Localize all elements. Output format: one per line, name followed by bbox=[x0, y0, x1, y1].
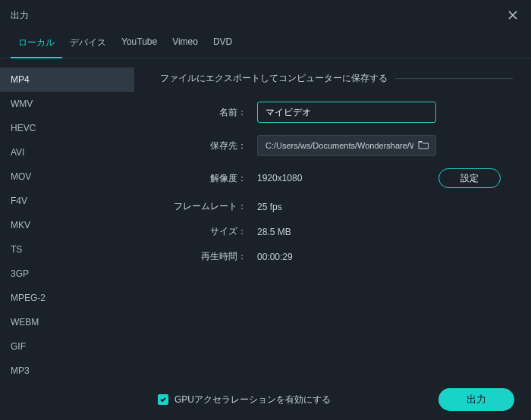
label-resolution: 解像度： bbox=[160, 172, 257, 185]
format-hevc[interactable]: HEVC bbox=[0, 116, 134, 140]
settings-button[interactable]: 設定 bbox=[438, 168, 501, 188]
gpu-accel-label: GPUアクセラレーションを有効にする bbox=[174, 393, 331, 406]
label-size: サイズ： bbox=[160, 225, 257, 238]
label-duration: 再生時間： bbox=[160, 250, 257, 263]
format-avi[interactable]: AVI bbox=[0, 140, 134, 165]
tab-vimeo[interactable]: Vimeo bbox=[165, 32, 206, 58]
label-framerate: フレームレート： bbox=[160, 200, 257, 213]
name-input[interactable] bbox=[257, 102, 436, 123]
label-name: 名前： bbox=[160, 106, 257, 119]
close-icon bbox=[508, 11, 517, 20]
section-title: ファイルにエクスポートしてコンピューターに保存する bbox=[160, 72, 388, 85]
value-framerate: 25 fps bbox=[257, 202, 282, 212]
format-gif[interactable]: GIF bbox=[0, 334, 134, 359]
value-duration: 00:00:29 bbox=[257, 252, 293, 262]
export-button[interactable]: 出力 bbox=[438, 388, 514, 411]
tab-local[interactable]: ローカル bbox=[11, 32, 62, 58]
format-f4v[interactable]: F4V bbox=[0, 189, 134, 213]
divider bbox=[395, 78, 513, 79]
tab-device[interactable]: デバイス bbox=[62, 32, 114, 58]
value-size: 28.5 MB bbox=[257, 227, 291, 237]
format-mkv[interactable]: MKV bbox=[0, 213, 134, 237]
save-path-text: C:/Users/ws/Documents/Wondershare/Wo bbox=[266, 141, 413, 150]
folder-icon[interactable] bbox=[418, 140, 429, 152]
format-ts[interactable]: TS bbox=[0, 237, 134, 262]
save-path-box[interactable]: C:/Users/ws/Documents/Wondershare/Wo bbox=[257, 135, 436, 156]
tab-dvd[interactable]: DVD bbox=[206, 32, 240, 58]
format-sidebar: MP4 WMV HEVC AVI MOV F4V MKV TS 3GP MPEG… bbox=[0, 58, 134, 390]
checkbox-icon bbox=[158, 394, 168, 405]
export-tabs: ローカル デバイス YouTube Vimeo DVD bbox=[0, 26, 531, 58]
label-saveto: 保存先： bbox=[160, 139, 257, 152]
window-title: 出力 bbox=[11, 9, 29, 22]
close-button[interactable] bbox=[505, 8, 520, 23]
format-mp4[interactable]: MP4 bbox=[0, 67, 134, 92]
format-webm[interactable]: WEBM bbox=[0, 310, 134, 334]
value-resolution: 1920x1080 bbox=[257, 173, 302, 183]
format-mpeg2[interactable]: MPEG-2 bbox=[0, 286, 134, 310]
gpu-accel-checkbox[interactable]: GPUアクセラレーションを有効にする bbox=[158, 393, 331, 406]
tab-youtube[interactable]: YouTube bbox=[114, 32, 165, 58]
format-3gp[interactable]: 3GP bbox=[0, 262, 134, 286]
format-wmv[interactable]: WMV bbox=[0, 92, 134, 116]
format-mov[interactable]: MOV bbox=[0, 165, 134, 189]
